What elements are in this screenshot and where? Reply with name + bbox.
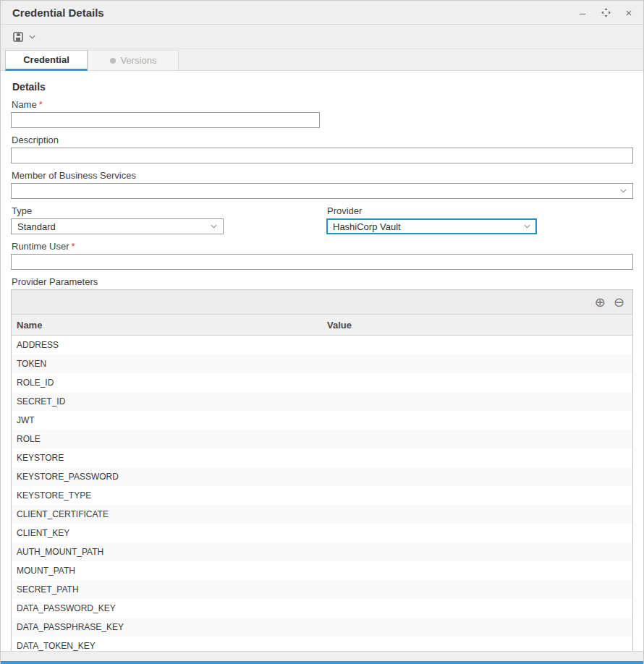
type-provider-row: Type Standard Provider HashiCorp Vault	[11, 205, 633, 234]
param-name-cell: ADDRESS	[12, 340, 322, 350]
expand-icon[interactable]	[600, 7, 611, 18]
table-row[interactable]: MOUNT_PATH	[12, 561, 632, 580]
runtime-user-field-group: Runtime User*	[11, 241, 633, 270]
type-field-group: Type Standard	[11, 205, 326, 234]
table-row[interactable]: KEYSTORE	[12, 448, 632, 467]
param-name-cell: ROLE_ID	[12, 378, 322, 388]
table-row[interactable]: SECRET_PATH	[12, 580, 632, 599]
type-label: Type	[12, 205, 326, 216]
table-row[interactable]: DATA_TOKEN_KEY	[12, 637, 632, 651]
param-name-cell: SECRET_PATH	[12, 584, 322, 595]
type-value: Standard	[17, 221, 206, 232]
add-row-button[interactable]: ⊕	[595, 296, 606, 309]
name-field-group: Name*	[11, 99, 320, 128]
table-row[interactable]: DATA_PASSPHRASE_KEY	[12, 618, 632, 637]
window-bottom-accent	[1, 661, 643, 664]
param-name-cell: TOKEN	[12, 359, 322, 369]
section-title: Details	[12, 81, 633, 93]
toolbar	[1, 25, 643, 49]
table-header-row: Name Value	[12, 315, 632, 336]
column-header-value[interactable]: Value	[322, 320, 632, 331]
table-body: ADDRESS TOKEN ROLE_ID SECRET_ID JWT ROLE…	[12, 336, 632, 651]
credential-details-window: Credential Details – ×	[0, 0, 644, 664]
chevron-down-icon	[620, 189, 627, 193]
param-name-cell: JWT	[12, 415, 322, 425]
table-row[interactable]: DATA_PASSWORD_KEY	[12, 599, 632, 618]
remove-row-button[interactable]: ⊖	[614, 296, 624, 309]
required-asterisk: *	[39, 99, 43, 110]
provider-select[interactable]: HashiCorp Vault	[326, 218, 537, 234]
name-label: Name*	[12, 99, 320, 110]
table-row[interactable]: AUTH_MOUNT_PATH	[12, 542, 632, 561]
column-header-name[interactable]: Name	[12, 320, 322, 331]
param-name-cell: KEYSTORE_PASSWORD	[12, 472, 322, 482]
provider-parameters-section: Provider Parameters ⊕ ⊖ Name Value ADDRE…	[11, 276, 633, 651]
business-services-label: Member of Business Services	[12, 170, 633, 181]
description-field-group: Description	[11, 135, 633, 163]
table-row[interactable]: ADDRESS	[12, 336, 632, 354]
param-name-cell: KEYSTORE_TYPE	[12, 490, 322, 501]
param-name-cell: CLIENT_KEY	[12, 528, 322, 538]
close-icon[interactable]: ×	[623, 7, 635, 18]
param-name-cell: CLIENT_CERTIFICATE	[12, 509, 322, 519]
table-row[interactable]: CLIENT_CERTIFICATE	[12, 505, 632, 524]
titlebar: Credential Details – ×	[1, 1, 643, 25]
name-input[interactable]	[11, 112, 320, 128]
param-name-cell: DATA_PASSWORD_KEY	[12, 603, 322, 613]
business-services-field-group: Member of Business Services	[11, 170, 633, 199]
window-title: Credential Details	[12, 7, 577, 19]
table-row[interactable]: ROLE	[12, 430, 632, 448]
param-name-cell: DATA_PASSPHRASE_KEY	[12, 622, 322, 632]
param-name-cell: ROLE	[12, 434, 322, 444]
table-toolbar: ⊕ ⊖	[12, 290, 632, 315]
minimize-icon[interactable]: –	[577, 7, 588, 18]
param-name-cell: SECRET_ID	[12, 396, 322, 407]
table-row[interactable]: ROLE_ID	[12, 373, 632, 392]
tab-credential[interactable]: Credential	[5, 50, 88, 71]
save-menu-chevron-icon[interactable]	[29, 35, 35, 39]
save-icon	[12, 31, 24, 43]
provider-label: Provider	[327, 205, 633, 216]
param-name-cell: MOUNT_PATH	[12, 566, 322, 576]
table-row[interactable]: JWT	[12, 411, 632, 430]
chevron-down-icon	[524, 224, 530, 229]
table-row[interactable]: KEYSTORE_PASSWORD	[12, 467, 632, 486]
param-name-cell: AUTH_MOUNT_PATH	[12, 547, 322, 557]
versions-dot-icon	[110, 58, 116, 64]
provider-parameters-table: ⊕ ⊖ Name Value ADDRESS TOKEN ROLE_ID SEC…	[11, 289, 633, 651]
description-label: Description	[12, 135, 633, 145]
provider-value: HashiCorp Vault	[333, 221, 520, 232]
tab-versions-label: Versions	[121, 55, 157, 66]
window-bottom-chrome	[1, 651, 643, 661]
tab-credential-label: Credential	[23, 54, 69, 65]
provider-field-group: Provider HashiCorp Vault	[326, 205, 633, 234]
runtime-user-label: Runtime User*	[12, 241, 633, 252]
table-row[interactable]: CLIENT_KEY	[12, 524, 632, 542]
runtime-user-input[interactable]	[11, 254, 633, 270]
tabstrip: Credential Versions	[1, 49, 643, 71]
tab-versions: Versions	[88, 50, 179, 70]
credential-form: Details Name* Description Member of Busi…	[1, 71, 643, 651]
table-row[interactable]: SECRET_ID	[12, 392, 632, 411]
table-row[interactable]: KEYSTORE_TYPE	[12, 486, 632, 505]
param-name-cell: DATA_TOKEN_KEY	[12, 641, 322, 651]
window-controls: – ×	[577, 7, 635, 18]
required-asterisk: *	[71, 241, 75, 252]
business-services-select[interactable]	[11, 183, 633, 199]
chevron-down-icon	[211, 224, 217, 229]
provider-parameters-label: Provider Parameters	[12, 276, 633, 287]
save-button[interactable]	[8, 28, 40, 46]
type-select[interactable]: Standard	[11, 218, 224, 234]
param-name-cell: KEYSTORE	[12, 453, 322, 463]
table-row[interactable]: TOKEN	[12, 354, 632, 373]
description-input[interactable]	[11, 148, 633, 163]
